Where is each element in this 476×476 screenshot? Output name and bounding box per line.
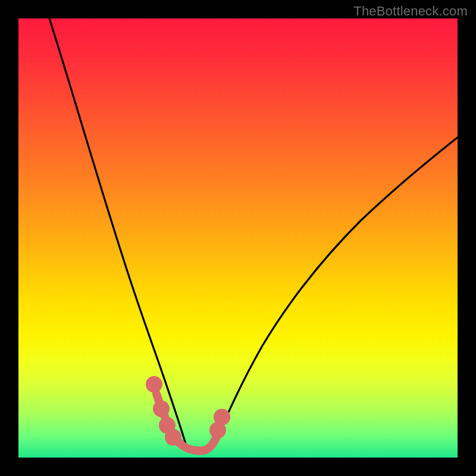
svg-point-4 [214, 426, 222, 434]
curve-layer [49, 18, 458, 448]
svg-point-3 [169, 433, 177, 441]
svg-point-0 [150, 380, 158, 389]
svg-point-5 [218, 413, 226, 421]
watermark-text: TheBottleneck.com [353, 4, 468, 19]
svg-point-2 [163, 421, 171, 430]
outer-frame: TheBottleneck.com [0, 0, 476, 476]
right-curve [212, 137, 458, 448]
svg-point-1 [157, 405, 165, 413]
notch-markers [150, 380, 226, 450]
left-curve [49, 18, 186, 446]
chart-svg [18, 18, 458, 458]
